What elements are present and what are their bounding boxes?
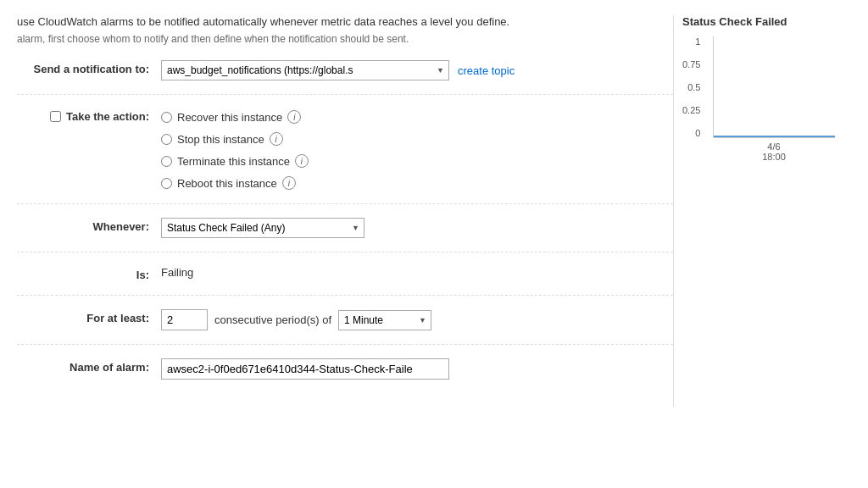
radio-option-terminate[interactable]: Terminate this instance i <box>161 154 309 168</box>
period-select-wrapper: 1 Minute <box>338 310 431 330</box>
action-checkbox[interactable] <box>50 111 61 122</box>
form-section: use CloudWatch alarms to be notified aut… <box>17 15 673 407</box>
radio-option-stop[interactable]: Stop this instance i <box>161 132 309 146</box>
y-label-3: 0.5 <box>687 82 700 92</box>
notification-label: Send a notification to: <box>17 60 161 75</box>
x-label-date: 4/6 <box>767 141 780 152</box>
create-topic-link[interactable]: create topic <box>458 64 515 77</box>
is-value: Failing <box>161 266 193 279</box>
action-label-wrapper: Take the action: <box>17 108 161 123</box>
alarm-name-controls <box>161 358 449 380</box>
info-icon-terminate[interactable]: i <box>295 154 309 168</box>
whenever-select[interactable]: Status Check Failed (Any) <box>161 218 364 238</box>
notification-select[interactable]: aws_budget_notifications (https://global… <box>161 60 449 80</box>
is-label: Is: <box>17 266 161 281</box>
action-row-container: Take the action: Recover this instance i… <box>17 108 673 204</box>
chart-line <box>714 136 835 137</box>
chart-section: Status Check Failed 1 0.75 0.5 0.25 0 4/… <box>673 15 851 407</box>
y-label-2: 0.75 <box>682 59 700 69</box>
alarm-name-row-container: Name of alarm: <box>17 358 673 393</box>
radio-reboot[interactable] <box>161 178 172 189</box>
chart-title: Status Check Failed <box>682 15 851 28</box>
for-at-least-controls: consecutive period(s) of 1 Minute <box>161 309 431 330</box>
action-radio-options: Recover this instance i Stop this instan… <box>161 108 309 190</box>
radio-recover-label: Recover this instance <box>177 111 282 124</box>
chart-x-labels: 4/6 18:00 <box>713 141 835 162</box>
notification-row: Send a notification to: aws_budget_notif… <box>17 60 673 95</box>
is-value-wrapper: Failing <box>161 266 193 279</box>
radio-recover[interactable] <box>161 112 172 123</box>
chart-area: 1 0.75 0.5 0.25 0 4/6 18:00 <box>682 36 835 172</box>
whenever-label: Whenever: <box>17 218 161 233</box>
intro-line1: use CloudWatch alarms to be notified aut… <box>17 15 673 28</box>
radio-option-recover[interactable]: Recover this instance i <box>161 110 309 124</box>
notification-controls: aws_budget_notifications (https://global… <box>161 60 515 80</box>
info-icon-reboot[interactable]: i <box>282 176 296 190</box>
radio-stop-label: Stop this instance <box>177 133 264 146</box>
whenever-controls: Status Check Failed (Any) <box>161 218 364 238</box>
radio-stop[interactable] <box>161 134 172 145</box>
info-icon-recover[interactable]: i <box>287 110 301 124</box>
radio-terminate[interactable] <box>161 156 172 167</box>
page-container: use CloudWatch alarms to be notified aut… <box>0 0 868 488</box>
for-at-least-label: For at least: <box>17 309 161 324</box>
alarm-name-label: Name of alarm: <box>17 358 161 374</box>
radio-option-reboot[interactable]: Reboot this instance i <box>161 176 309 190</box>
is-row-container: Is: Failing <box>17 266 673 296</box>
notification-select-wrapper: aws_budget_notifications (https://global… <box>161 60 449 80</box>
intro-line2: alarm, first choose whom to notify and t… <box>17 33 673 45</box>
whenever-select-wrapper: Status Check Failed (Any) <box>161 218 364 238</box>
info-icon-stop[interactable]: i <box>270 132 283 146</box>
y-label-4: 0.25 <box>682 105 700 115</box>
radio-terminate-label: Terminate this instance <box>177 155 290 168</box>
radio-reboot-label: Reboot this instance <box>177 177 277 190</box>
y-label-1: 1 <box>695 36 700 47</box>
y-label-5: 0 <box>695 128 700 138</box>
consecutive-text: consecutive period(s) of <box>214 313 331 326</box>
main-content: use CloudWatch alarms to be notified aut… <box>17 15 851 407</box>
for-at-least-number[interactable] <box>161 309 208 330</box>
x-label-time: 18:00 <box>762 152 786 162</box>
period-select[interactable]: 1 Minute <box>338 310 431 330</box>
chart-y-axis: 1 0.75 0.5 0.25 0 <box>682 36 704 138</box>
whenever-row-container: Whenever: Status Check Failed (Any) <box>17 218 673 252</box>
alarm-name-input[interactable] <box>161 358 449 380</box>
for-at-least-row-container: For at least: consecutive period(s) of 1… <box>17 309 673 345</box>
chart-plot <box>713 36 835 138</box>
action-label: Take the action: <box>66 110 149 123</box>
